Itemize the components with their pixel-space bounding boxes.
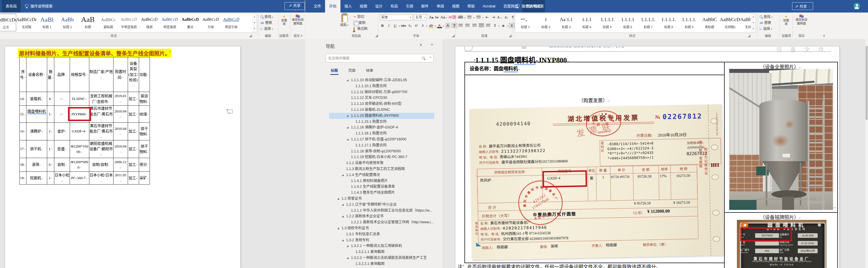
table-cell[interactable]: 17 (20, 140, 26, 158)
font-color-icon[interactable]: A (437, 23, 442, 28)
font-name-combo[interactable]: 宋体▾ (380, 14, 413, 20)
shrink-font-icon[interactable]: A▾ (434, 15, 439, 20)
highlight-color-icon[interactable]: ab (429, 23, 433, 28)
style-gallery-scroll[interactable]: ▴▾▾ (252, 14, 257, 33)
nav-item[interactable]: ◢1.1.1.10 自动配碱秤-江泽-JZDEL05 (329, 77, 434, 83)
table-cell[interactable]: 龙岩工程机械厂/龙岩市 (89, 92, 113, 106)
table-cell[interactable]: 2006.12 (113, 158, 128, 171)
right-page[interactable]: WANXING BENTONITE CO., LTD 设 备 文 件 ▪1.1.… (455, 47, 839, 268)
nav-item[interactable]: ◢1.2 荣誉证书 (329, 196, 434, 202)
nav-item[interactable]: ◢1.1.1.16 沸腾炉-金炉-GXDF-4 (329, 125, 434, 130)
nav-close-icon[interactable]: × (431, 43, 433, 47)
invoice-scan[interactable]: 4200094140 湖北增值税专用发票 湖 北 国家税务局监制 全国统一发票监… (470, 105, 724, 260)
nav-item[interactable]: 1.3.2.1.1 查询截图 (329, 249, 434, 255)
expand-triangle-icon[interactable]: ◢ (347, 255, 351, 261)
shading-bucket-icon[interactable]: ◆ (501, 23, 506, 28)
nav-item[interactable]: 1.1.3 膨润土粉生产加工的工艺流程图 (329, 166, 434, 172)
table-cell[interactable]: 圆盘喂料机 (26, 106, 47, 123)
style-chip-副标题[interactable]: AaBbCc副标题 (98, 14, 119, 31)
sort-icon[interactable]: A↓ (504, 15, 509, 20)
line-spacing-icon[interactable]: ⇕ (493, 23, 497, 28)
table-cell[interactable]: 烘干机 (26, 140, 47, 158)
style-chip-标题 9[interactable]: 1.1.1.1.标题 9 (679, 14, 699, 31)
align-left-icon[interactable] (459, 24, 463, 27)
nav-item[interactable]: 1.1.1.17.1 购置合同 (329, 142, 434, 149)
justify-icon[interactable] (479, 24, 484, 27)
account-avatar[interactable] (854, 3, 860, 9)
table-cell[interactable]: 2011.05 (113, 171, 128, 184)
distribute-icon[interactable] (486, 24, 490, 27)
nav-item[interactable]: 1.1.4.1 原材料储备照片 (329, 178, 434, 184)
style-chip-标题 5[interactable]: 1.1.1.1标题 5 (597, 14, 617, 31)
select-button[interactable]: ▷选择▾ (260, 26, 273, 32)
table-cell[interactable]: 宏盛 (54, 140, 70, 158)
table-cell[interactable]: 日本小松/日本 (89, 171, 113, 184)
left-page[interactable]: 原材料储备照片、生产线配置设备清单、整条生产线全图照片。 序号设备名称数量品牌规… (5, 47, 240, 268)
expand-triangle-icon[interactable]: ◢ (347, 78, 351, 83)
style-chip-引用[interactable]: AaBbCcD引用 (200, 14, 221, 31)
style-chip-标题 2[interactable]: 1标题 2 (535, 14, 556, 31)
expand-triangle-icon[interactable]: ◢ (342, 172, 346, 178)
expand-triangle-icon[interactable]: ◢ (347, 137, 351, 142)
style-chip-表标题[interactable]: AaBbC表标题 (699, 14, 720, 31)
select-button-right[interactable]: ▷选择▾ (760, 26, 772, 32)
scrollbar-thumb[interactable] (865, 46, 868, 120)
nav-tab-页面[interactable]: 页面 (348, 68, 355, 73)
asian-layout-icon[interactable]: A↔ (497, 15, 502, 20)
styles-dialog-launcher[interactable] (249, 34, 252, 37)
highlighted-paragraph[interactable]: 原材料储备照片、生产线配置设备清单、整条生产线全图照片。 (18, 49, 172, 57)
tab-审阅[interactable]: 审阅 (433, 0, 448, 12)
search-icon[interactable] (422, 57, 425, 59)
nav-item[interactable]: ◢1.3.2.2 一种膨润土无机凝胶及其低能耗生产工艺 (329, 255, 434, 261)
nav-item[interactable]: 1.1.1.16.1 购置合同 (329, 130, 434, 136)
nav-item[interactable]: ◢1.3 授权专利证书 (329, 225, 434, 231)
replace-button[interactable]: ab替换 (260, 20, 272, 26)
table-handle[interactable] (522, 47, 526, 49)
paragraph-dialog-launcher[interactable] (509, 34, 512, 37)
grow-font-icon[interactable]: A▴ (429, 15, 434, 20)
table-cell[interactable]: 自制/自制 (89, 158, 113, 171)
style-chip-标题[interactable]: AaB标题 (78, 14, 98, 31)
tab-绘图[interactable]: 绘图 (356, 0, 371, 12)
expand-triangle-icon[interactable]: ◢ (342, 202, 346, 208)
collapse-ribbon-icon[interactable]: ∧ (300, 34, 303, 37)
nav-item[interactable]: ◢1.2.2 高新技术企业证书 (329, 213, 434, 219)
nav-collapse-icon[interactable]: ∨ (420, 43, 422, 47)
table-cell[interactable]: GXDF-4 (70, 123, 89, 140)
copy-button[interactable]: 复制 (353, 20, 366, 26)
font-dialog-launcher[interactable] (452, 34, 455, 37)
nav-item[interactable]: 1.1.2 设备平均使用年限 (329, 160, 434, 166)
bold-icon[interactable]: B (380, 23, 385, 28)
style-chip-要点[interactable]: AaBbCcD要点 (180, 14, 200, 31)
table-cell[interactable]: 朝阳宏盛机械设备厂/朝阳市 (89, 140, 113, 158)
table-cell[interactable]: 加工 (128, 140, 139, 158)
share-button-right[interactable]: ⇗共享 ▾ (792, 2, 813, 10)
find-button-right[interactable]: 查找▾ (760, 14, 772, 20)
table-cell[interactable]: 加工 (128, 123, 139, 140)
style-chip-明显引用[interactable]: AaBbCcD明显引用 (221, 14, 242, 31)
equipment-overview-photo[interactable] (729, 69, 833, 210)
nav-item[interactable]: 1.3.2.2.1 查询截图 (329, 261, 434, 267)
tab-文件[interactable]: 文件 (310, 0, 325, 12)
nav-item[interactable]: ◢1.1.1.15 圆盘喂料机-JNYP800 (329, 113, 434, 119)
subscript-icon[interactable]: X₂ (408, 23, 412, 28)
table-cell[interactable]: Φ2200*16000 (70, 140, 89, 158)
table-cell[interactable]: 14 (20, 92, 26, 106)
char-border-icon[interactable]: 字 (452, 23, 457, 28)
format-painter-button[interactable]: 格式刷 (353, 26, 367, 32)
style-chip-标题 7[interactable]: 1.1.1.1.标题 7 (638, 14, 658, 31)
tab-布局[interactable]: 布局 (386, 0, 402, 12)
table-cell[interactable]: PC-360-7 (70, 171, 89, 184)
superscript-icon[interactable]: X² (414, 23, 418, 28)
font-size-combo[interactable]: 五号▾ (414, 14, 427, 20)
align-center-icon[interactable] (465, 24, 470, 27)
nav-item[interactable]: 1.1.4.2 生产线配置设备清单 (329, 184, 434, 190)
style-chip-不明显强调[interactable]: AaBbCcD不明显强调 (119, 14, 139, 31)
nav-item[interactable]: ◢1.1.4 生产线配置情况 (329, 172, 434, 178)
equipment-table[interactable]: 序号设备名称数量品牌规格型号制造厂家/产地购置时间设备类型(加工/检验)功能14… (19, 57, 150, 185)
clipboard-dialog-launcher[interactable] (375, 34, 378, 37)
style-chip-无间隔[interactable]: AaBbCcDdE无间隔 (16, 14, 37, 31)
replace-button-right[interactable]: ab替换 (760, 20, 771, 26)
table-cell[interactable]: 装运物料 (139, 92, 150, 106)
addins-button-right[interactable]: ●加载项 (781, 14, 791, 26)
